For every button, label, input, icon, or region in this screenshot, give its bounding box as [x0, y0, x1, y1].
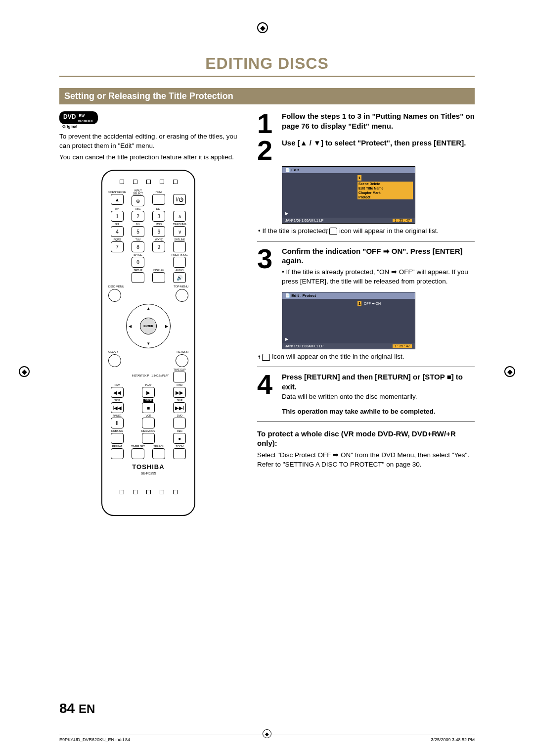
osd-edit-menu: 📄 Edit 1 Scene Delete Edit Title Name Ch… [282, 166, 415, 224]
section-bar: Setting or Releasing the Title Protectio… [59, 88, 475, 104]
badge-subtitle: Original [62, 124, 237, 129]
sub-heading: To protect a whole disc (VR mode DVD-RW,… [257, 429, 475, 448]
left-column: DVD -RW VR MODE Original To prevent the … [59, 111, 237, 516]
crop-mark-icon: ◆ [263, 729, 271, 738]
crop-mark-icon [19, 366, 30, 377]
step-3: 3 Confirm the indication "OFF ➡ ON". Pre… [257, 246, 475, 289]
step-2: 2 Use [▲ / ▼] to select "Protect", then … [257, 138, 475, 163]
dvd-rw-badge: DVD -RW VR MODE [59, 111, 98, 124]
remote-illustration: OPEN/ CLOSE▲ INPUT SELECT⊕ HDMI I/⏻ @/:1… [101, 170, 195, 516]
ir-leds [108, 180, 188, 184]
bullet-note: • icon will appear on the title in the o… [257, 352, 475, 362]
step-4: 4 Press [RETURN] and then [RETURN] or [S… [257, 372, 475, 401]
nav-pad: ▲ ▼ ◀ ▶ ENTER [126, 304, 171, 348]
step-1: 1 Follow the steps 1 to 3 in "Putting Na… [257, 111, 475, 136]
osd-protect-menu: 📄 Edit - Protect 1 OFF ➡ ON JAN/ 1/09 1:… [282, 292, 415, 349]
page-title: EDITING DISCS [59, 54, 475, 73]
protect-tv-icon [329, 228, 337, 235]
right-column: 1 Follow the steps 1 to 3 in "Putting Na… [257, 111, 475, 516]
manual-page: EDITING DISCS Setting or Releasing the T… [0, 0, 534, 756]
model-number: SE-R0295 [108, 472, 188, 475]
protect-tv-icon [262, 354, 270, 361]
sub-body: Refer to "SETTING A DISC TO PROTECT" on … [257, 460, 475, 469]
page-number: 84 EN [59, 701, 95, 716]
crop-mark-icon [257, 22, 268, 33]
bullet-note: • If the title is protected, icon will a… [257, 227, 475, 236]
intro-paragraph: You can cancel the title protection feat… [59, 152, 237, 162]
crop-mark-icon [504, 366, 515, 377]
divider [59, 76, 475, 77]
sub-body: Select "Disc Protect OFF ➡ ON" from the … [257, 450, 475, 460]
intro-paragraph: To prevent the accidental editing, or er… [59, 132, 237, 150]
operation-note: This operation may take awhile to be com… [282, 407, 475, 417]
brand-logo: TOSHIBA [108, 463, 188, 471]
print-footer: E9PKAUD_DVR620KU_EN.indd 84 ◆ 3/25/2009 … [59, 735, 475, 742]
